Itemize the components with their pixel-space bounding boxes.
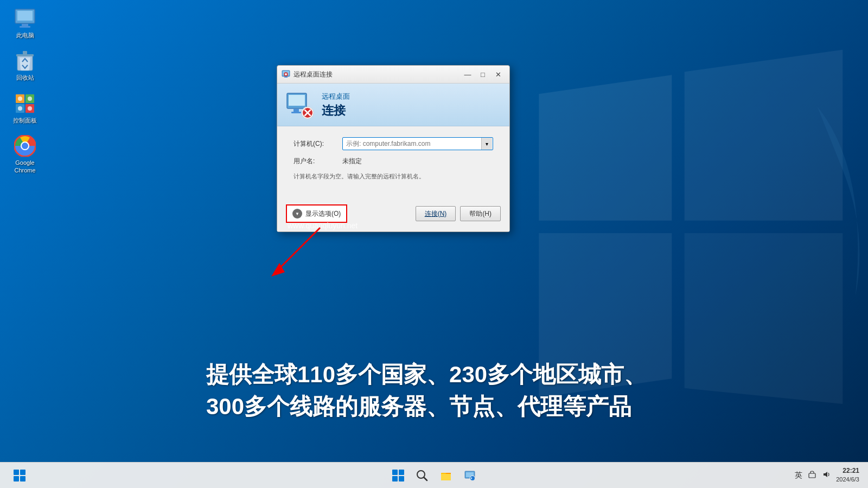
svg-rect-39 bbox=[809, 473, 815, 478]
rdp-header-text: 远程桌面 连接 bbox=[322, 92, 350, 119]
svg-rect-26 bbox=[291, 112, 301, 113]
rdp-header: 远程桌面 连接 bbox=[277, 84, 509, 126]
show-options-label: 显示选项(O) bbox=[305, 209, 341, 219]
svg-rect-34 bbox=[441, 474, 451, 480]
taskbar-time-value: 22:21 bbox=[836, 466, 859, 476]
desktop-icon-control-panel[interactable]: 控制面板 bbox=[5, 91, 44, 126]
taskbar: 英 22:21 2024/6/3 bbox=[0, 462, 868, 488]
svg-point-11 bbox=[18, 97, 22, 101]
desktop-icon-recycle-bin[interactable]: 回收站 bbox=[5, 48, 44, 84]
svg-rect-24 bbox=[289, 95, 305, 106]
username-row: 用户名: 未指定 bbox=[293, 157, 493, 166]
rdp-header-title: 连接 bbox=[322, 102, 350, 119]
svg-marker-30 bbox=[271, 263, 285, 277]
start-button[interactable] bbox=[9, 465, 30, 486]
show-options-icon bbox=[292, 209, 302, 219]
taskbar-start-icon[interactable] bbox=[387, 465, 409, 486]
help-label: 帮助(H) bbox=[469, 210, 492, 217]
taskbar-system-icons: 英 bbox=[794, 469, 832, 481]
svg-rect-25 bbox=[293, 109, 299, 112]
computer-input[interactable] bbox=[342, 137, 493, 150]
svg-line-32 bbox=[424, 477, 427, 480]
svg-point-18 bbox=[22, 143, 28, 149]
volume-icon[interactable] bbox=[821, 469, 832, 481]
control-panel-label: 控制面板 bbox=[13, 117, 37, 124]
maximize-button[interactable]: □ bbox=[476, 69, 490, 80]
google-chrome-label: Google Chrome bbox=[8, 159, 42, 175]
rdp-dialog: 远程桌面连接 — □ ✕ 远程桌面 连接 bbox=[277, 65, 510, 232]
connect-label: 连接(N) bbox=[425, 210, 447, 217]
svg-rect-5 bbox=[16, 54, 34, 56]
control-panel-icon bbox=[14, 93, 36, 114]
taskbar-file-explorer-button[interactable] bbox=[435, 465, 457, 486]
volume-svg bbox=[822, 470, 831, 479]
desktop-icon-this-pc[interactable]: 此电脑 bbox=[5, 5, 44, 41]
rdp-titlebar: 远程桌面连接 — □ ✕ bbox=[277, 66, 509, 84]
taskbar-datetime[interactable]: 22:21 2024/6/3 bbox=[836, 466, 859, 484]
recycle-bin-label: 回收站 bbox=[16, 74, 34, 81]
computer-dropdown-arrow[interactable]: ▾ bbox=[481, 138, 492, 150]
svg-point-13 bbox=[18, 106, 22, 111]
this-pc-icon bbox=[14, 8, 36, 29]
network-icon[interactable] bbox=[807, 469, 818, 481]
remote-app-icon bbox=[464, 470, 476, 481]
file-explorer-icon bbox=[440, 470, 452, 481]
annotation-arrow bbox=[266, 222, 331, 287]
rdp-action-buttons: 连接(N) 帮助(H) bbox=[416, 206, 501, 221]
taskbar-date-value: 2024/6/3 bbox=[836, 476, 859, 484]
rdp-body: 计算机(C): ▾ 用户名: 未指定 计算机名字段为空。请输入完整的远程计算机名… bbox=[277, 126, 509, 200]
close-button[interactable]: ✕ bbox=[491, 69, 505, 80]
google-chrome-icon bbox=[14, 135, 36, 157]
help-button[interactable]: 帮助(H) bbox=[460, 206, 501, 221]
rdp-title-icon bbox=[282, 70, 290, 79]
taskbar-left bbox=[9, 465, 30, 486]
taskbar-right: 英 22:21 2024/6/3 bbox=[794, 466, 859, 484]
rdp-header-subtitle: 远程桌面 bbox=[322, 92, 350, 101]
recycle-bin-icon bbox=[14, 50, 36, 72]
connect-button[interactable]: 连接(N) bbox=[416, 206, 456, 221]
svg-rect-6 bbox=[23, 51, 27, 54]
taskbar-win-icon bbox=[392, 470, 404, 481]
rdp-title-buttons: — □ ✕ bbox=[461, 69, 505, 80]
computer-row: 计算机(C): ▾ bbox=[293, 137, 493, 150]
minimize-button[interactable]: — bbox=[461, 69, 475, 80]
rdp-title-left: 远程桌面连接 bbox=[282, 70, 333, 79]
svg-rect-3 bbox=[20, 26, 30, 28]
rdp-header-icon bbox=[286, 91, 314, 119]
rdp-hint: 计算机名字段为空。请输入完整的远程计算机名。 bbox=[293, 172, 493, 181]
desktop-icon-google-chrome[interactable]: Google Chrome bbox=[5, 133, 44, 177]
svg-point-12 bbox=[28, 97, 32, 101]
rdp-title-text: 远程桌面连接 bbox=[293, 70, 333, 79]
taskbar-search-button[interactable] bbox=[411, 465, 433, 486]
search-icon bbox=[416, 470, 428, 481]
svg-rect-1 bbox=[17, 11, 33, 21]
language-icon[interactable]: 英 bbox=[794, 470, 803, 481]
computer-input-wrap: ▾ bbox=[342, 137, 493, 150]
network-svg bbox=[808, 470, 816, 479]
windows-flag-icon bbox=[14, 470, 25, 481]
this-pc-label: 此电脑 bbox=[16, 31, 34, 39]
svg-rect-22 bbox=[284, 76, 288, 78]
computer-label: 计算机(C): bbox=[293, 139, 342, 149]
svg-line-29 bbox=[277, 228, 320, 271]
rdp-footer: 显示选项(O) 连接(N) 帮助(H) bbox=[277, 200, 509, 232]
svg-rect-2 bbox=[22, 24, 28, 26]
taskbar-center bbox=[387, 465, 481, 486]
desktop-icons: 此电脑 回收站 bbox=[5, 5, 44, 176]
show-options-button[interactable]: 显示选项(O) bbox=[286, 204, 347, 223]
username-value: 未指定 bbox=[342, 157, 362, 166]
svg-point-14 bbox=[28, 106, 32, 111]
taskbar-remote-app-button[interactable] bbox=[459, 465, 481, 486]
username-label: 用户名: bbox=[293, 157, 342, 166]
